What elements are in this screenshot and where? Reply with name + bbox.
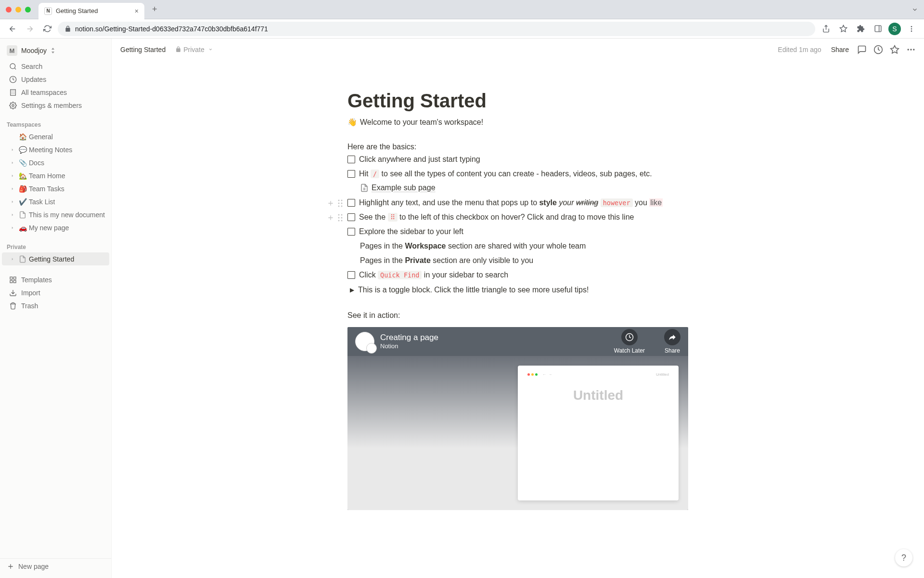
sidebar-templates[interactable]: Templates (2, 273, 109, 286)
video-preview-mockup: ←→Untitled Untitled (518, 366, 679, 500)
chevron-right-icon[interactable] (9, 255, 16, 263)
browser-tab[interactable]: N Getting Started × (38, 3, 144, 19)
sidebar-all-teamspaces[interactable]: All teamspaces (2, 86, 109, 99)
share-arrow-icon (664, 329, 680, 345)
tree-item-label: Team Tasks (29, 185, 64, 193)
visibility-selector[interactable]: Private (172, 45, 216, 54)
drag-handle-icon[interactable] (336, 198, 345, 209)
address-bar[interactable]: notion.so/Getting-Started-d0633ed732a747… (58, 22, 815, 36)
sidebar-trash[interactable]: Trash (2, 299, 109, 312)
checkbox[interactable] (347, 170, 355, 178)
todo-item[interactable]: Highlight any text, and use the menu tha… (347, 196, 688, 210)
svg-point-19 (341, 202, 343, 204)
teamspace-item[interactable]: This is my new document (2, 208, 109, 221)
teamspace-item[interactable]: 🏡Team Home (2, 169, 109, 182)
tab-overflow-icon[interactable] (911, 6, 918, 13)
chevron-right-icon[interactable] (9, 198, 16, 206)
tab-close-icon[interactable]: × (135, 7, 139, 15)
comments-icon[interactable] (855, 42, 869, 57)
chevron-right-icon[interactable] (9, 224, 16, 232)
tree-item-label: This is my new document (29, 211, 105, 219)
chrome-menu-icon[interactable] (905, 22, 918, 36)
teamspace-item[interactable]: 🎒Team Tasks (2, 182, 109, 195)
chevron-right-icon[interactable] (9, 159, 16, 167)
watch-later-button[interactable]: Watch Later (614, 329, 645, 354)
toggle-block[interactable]: ▶ This is a toggle block. Click the litt… (347, 283, 688, 297)
todo-item[interactable]: Explore the sidebar to your left (347, 225, 688, 239)
window-minimize[interactable] (15, 7, 21, 13)
todo-item[interactable]: Hit / to see all the types of content yo… (347, 167, 688, 182)
extensions-icon[interactable] (854, 22, 867, 36)
gear-icon (9, 101, 17, 110)
help-button[interactable]: ? (895, 549, 912, 566)
private-item[interactable]: Getting Started (2, 252, 109, 265)
teamspace-item[interactable]: 🚗My new page (2, 221, 109, 234)
drag-handle-icon[interactable] (336, 212, 345, 223)
teamspace-item[interactable]: 📎Docs (2, 156, 109, 169)
sidebar-updates[interactable]: Updates (2, 73, 109, 86)
toggle-triangle-icon[interactable]: ▶ (347, 284, 356, 296)
new-page-button[interactable]: New page (0, 558, 111, 574)
page-title[interactable]: Getting Started (347, 89, 688, 112)
favorite-icon[interactable] (887, 42, 902, 57)
topbar: Getting Started Private Edited 1m ago Sh… (112, 39, 924, 60)
checkbox[interactable] (347, 213, 355, 221)
basics-heading[interactable]: Here are the basics: (347, 141, 688, 153)
add-block-icon[interactable] (326, 198, 335, 209)
channel-avatar-icon: N N (355, 332, 374, 351)
add-block-icon[interactable] (326, 212, 335, 223)
share-button[interactable]: Share (827, 44, 853, 55)
checkbox[interactable] (347, 228, 355, 236)
video-embed[interactable]: N N Creating a page Notion Watch Later (347, 327, 688, 510)
nav-forward-icon[interactable] (23, 22, 37, 36)
text-block[interactable]: Pages in the Private section are only vi… (347, 254, 688, 268)
private-section-label: Private (0, 242, 111, 252)
chevron-right-icon[interactable] (9, 146, 16, 154)
sidebar-import[interactable]: Import (2, 286, 109, 299)
chevron-right-icon[interactable] (9, 133, 16, 141)
todo-item[interactable]: Click Quick Find in your sidebar to sear… (347, 268, 688, 283)
action-heading[interactable]: See it in action: (347, 310, 688, 321)
todo-item[interactable]: See the ⠿ to the left of this checkbox o… (347, 210, 688, 225)
chevron-right-icon[interactable] (9, 211, 16, 219)
text-block[interactable]: Pages in the Workspace section are share… (347, 239, 688, 254)
welcome-line[interactable]: 👋 Welcome to your team's workspace! (347, 116, 688, 129)
chevron-down-icon (208, 47, 213, 52)
checkbox[interactable] (347, 199, 355, 207)
tree-item-label: Getting Started (29, 255, 74, 263)
teamspace-item[interactable]: ✔️Task List (2, 195, 109, 208)
svg-rect-8 (10, 277, 13, 279)
new-tab-button[interactable]: + (148, 2, 161, 16)
more-icon[interactable] (904, 42, 918, 57)
teamspace-item[interactable]: 💬Meeting Notes (2, 143, 109, 156)
teamspace-item[interactable]: 🏠General (2, 130, 109, 143)
bookmark-icon[interactable] (836, 22, 850, 36)
window-zoom[interactable] (25, 7, 31, 13)
video-share-button[interactable]: Share (664, 329, 680, 354)
chevron-right-icon[interactable] (9, 185, 16, 193)
breadcrumb[interactable]: Getting Started (117, 45, 168, 54)
sidebar-search[interactable]: Search (2, 60, 109, 73)
page-icon (360, 184, 369, 192)
plus-icon (7, 563, 14, 570)
nav-reload-icon[interactable] (40, 22, 54, 36)
sidepanel-icon[interactable] (871, 22, 885, 36)
sidebar-settings[interactable]: Settings & members (2, 99, 109, 112)
building-icon (9, 88, 17, 97)
share-page-icon[interactable] (819, 22, 833, 36)
profile-avatar[interactable]: S (888, 23, 901, 35)
page-emoji-icon: 🎒 (18, 185, 27, 193)
workspace-switcher[interactable]: M Moodjoy (0, 39, 111, 60)
search-icon (9, 62, 17, 71)
subpage-link[interactable]: Example sub page (347, 182, 688, 196)
tree-item-label: Meeting Notes (29, 146, 72, 154)
history-icon[interactable] (871, 42, 886, 57)
chevron-right-icon[interactable] (9, 172, 16, 180)
checkbox[interactable] (347, 271, 355, 279)
window-close[interactable] (6, 7, 12, 13)
code-chip: ⠿ (388, 213, 398, 222)
todo-item[interactable]: Click anywhere and just start typing (347, 153, 688, 167)
nav-back-icon[interactable] (6, 22, 19, 36)
checkbox[interactable] (347, 156, 355, 163)
svg-rect-11 (13, 280, 16, 283)
